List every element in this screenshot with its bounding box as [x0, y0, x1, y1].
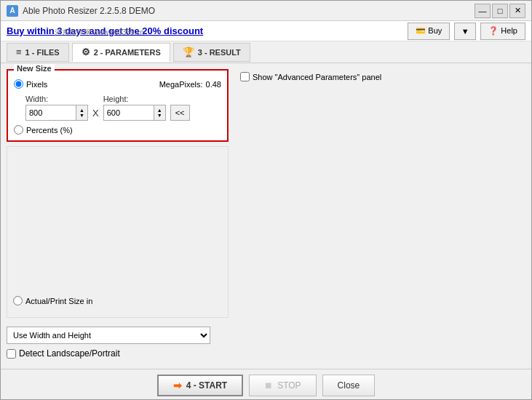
- percents-radio[interactable]: [14, 125, 23, 135]
- pixels-radio-label[interactable]: Pixels: [14, 79, 47, 89]
- stop-button[interactable]: ⏹ STOP: [249, 375, 316, 396]
- parameters-tab-label: 2 - PARAMETERS: [94, 48, 161, 57]
- start-label: 4 - START: [186, 380, 227, 391]
- stop-icon: ⏹: [264, 380, 273, 391]
- help-button[interactable]: ❓ Help: [480, 23, 525, 40]
- detect-landscape-label: Detect Landscape/Portrait: [19, 348, 120, 359]
- new-size-title: New Size: [14, 64, 55, 73]
- width-label: Width:: [25, 95, 88, 103]
- files-tab-label: 1 - FILES: [25, 48, 60, 57]
- width-input[interactable]: [25, 105, 76, 121]
- result-tab-icon: 🏆: [183, 47, 194, 57]
- tab-result[interactable]: 🏆 3 - RESULT: [173, 43, 250, 62]
- right-panel: Show "Advanced Parameters" panel: [234, 69, 525, 363]
- height-group: Height: ▲▼: [103, 95, 166, 121]
- bottom-bar: ➡ 4 - START ⏹ STOP Close: [1, 369, 531, 400]
- actual-print-radio[interactable]: [13, 296, 23, 305]
- percents-radio-label[interactable]: Percents (%): [14, 125, 73, 135]
- megapixels-value: 0.48: [206, 80, 221, 89]
- show-advanced-checkbox[interactable]: [240, 72, 250, 81]
- ad-bar: Buy within 3 days and get the 20% discou…: [1, 21, 531, 41]
- ad-buttons: 💳 Buy ▼ ❓ Help: [408, 23, 525, 40]
- middle-section: Actual/Print Size in: [7, 146, 229, 318]
- files-tab-icon: ≡: [16, 47, 22, 57]
- tab-files[interactable]: ≡ 1 - FILES: [7, 43, 69, 62]
- tab-bar: ≡ 1 - FILES ⚙ 2 - PARAMETERS 🏆 3 - RESUL…: [1, 41, 531, 63]
- close-label: Close: [338, 380, 360, 391]
- megapixels-area: MegaPixels: 0.48: [159, 80, 221, 89]
- buy-button[interactable]: 💳 Buy: [408, 23, 450, 40]
- show-advanced-label: Show "Advanced Parameters" panel: [253, 73, 381, 81]
- maximize-button[interactable]: □: [492, 4, 508, 18]
- stop-label: STOP: [277, 380, 301, 391]
- pixels-radio[interactable]: [14, 79, 23, 89]
- window-close-button[interactable]: ✕: [509, 4, 525, 18]
- width-input-wrap: ▲▼: [25, 105, 88, 121]
- pixels-label: Pixels: [26, 80, 47, 89]
- x-separator: X: [92, 108, 99, 119]
- start-icon: ➡: [173, 380, 182, 391]
- percents-row: Percents (%): [14, 125, 221, 135]
- width-group: Width: ▲▼: [25, 95, 88, 121]
- height-label: Height:: [103, 95, 166, 103]
- main-content: New Size Pixels MegaPixels: 0.48 Width:: [1, 63, 531, 369]
- dropdown-row: Use Width and Height Use Width Only Use …: [7, 327, 229, 344]
- title-bar: A Able Photo Resizer 2.2.5.8 DEMO — □ ✕: [1, 1, 531, 21]
- actual-print-row: Actual/Print Size in: [13, 296, 222, 305]
- height-input[interactable]: [103, 105, 154, 121]
- tab-parameters[interactable]: ⚙ 2 - PARAMETERS: [72, 43, 170, 62]
- dimensions-row: Width: ▲▼ X Height: ▲▼: [14, 95, 221, 121]
- percents-label: Percents (%): [26, 126, 73, 135]
- height-spin-button[interactable]: ▲▼: [154, 105, 166, 121]
- ad-text[interactable]: Buy within 3 days and get the 20% discou…: [7, 25, 203, 36]
- title-bar-left: A Able Photo Resizer 2.2.5.8 DEMO: [7, 5, 155, 17]
- detect-landscape-checkbox[interactable]: [7, 349, 16, 359]
- actual-print-label: Actual/Print Size in: [25, 297, 92, 305]
- parameters-tab-icon: ⚙: [82, 47, 90, 57]
- actual-print-radio-label[interactable]: Actual/Print Size in: [13, 296, 92, 305]
- detect-landscape-row: Detect Landscape/Portrait: [7, 348, 229, 359]
- width-spin-button[interactable]: ▲▼: [76, 105, 88, 121]
- swap-dimensions-button[interactable]: <<: [170, 105, 190, 121]
- pixels-row: Pixels MegaPixels: 0.48: [14, 79, 221, 89]
- megapixels-label: MegaPixels:: [159, 80, 203, 89]
- app-title: Able Photo Resizer 2.2.5.8 DEMO: [23, 6, 155, 16]
- show-advanced-row: Show "Advanced Parameters" panel: [240, 72, 520, 81]
- left-panel: New Size Pixels MegaPixels: 0.48 Width:: [7, 69, 229, 363]
- window-controls: — □ ✕: [475, 4, 525, 18]
- result-tab-label: 3 - RESULT: [198, 48, 241, 57]
- close-action-button[interactable]: Close: [322, 375, 376, 396]
- buy-dropdown-button[interactable]: ▼: [454, 23, 476, 40]
- bottom-section: Use Width and Height Use Width Only Use …: [7, 322, 229, 363]
- app-icon: A: [7, 5, 18, 17]
- start-button[interactable]: ➡ 4 - START: [157, 375, 243, 396]
- minimize-button[interactable]: —: [475, 4, 491, 18]
- height-input-wrap: ▲▼: [103, 105, 166, 121]
- size-mode-dropdown[interactable]: Use Width and Height Use Width Only Use …: [7, 327, 210, 344]
- new-size-group: New Size Pixels MegaPixels: 0.48 Width:: [7, 69, 229, 142]
